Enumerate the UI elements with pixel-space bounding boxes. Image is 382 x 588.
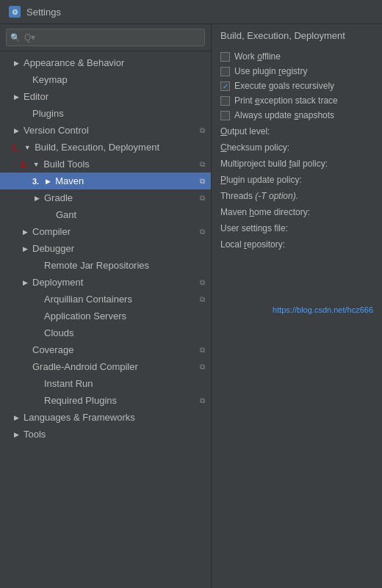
sidebar-item-label: Version Control	[24, 125, 197, 136]
sidebar-item-compiler[interactable]: ▶ Compiler ⧉	[0, 223, 211, 240]
sidebar-item-build[interactable]: 1. ▼ Build, Execution, Deployment	[0, 139, 211, 156]
checkbox-row-always-update: Always update snapshots	[220, 110, 373, 120]
sidebar-item-label: Debugger	[32, 243, 205, 254]
sidebar-item-label: Instant Run	[44, 378, 205, 389]
arrow-icon: ▶	[12, 431, 21, 438]
checkbox-label-work-offline: Work offline	[234, 51, 281, 62]
sidebar-item-label: Gradle	[44, 192, 197, 203]
field-multiproject: Multiproject build fail policy:	[220, 159, 373, 169]
badge-icon: ⧉	[200, 160, 205, 169]
sidebar-item-editor[interactable]: ▶ Editor	[0, 88, 211, 105]
fields-section: Output level: Checksum policy: Multiproj…	[220, 126, 373, 250]
sidebar-item-label: Languages & Frameworks	[24, 412, 205, 423]
field-plugin-update: Plugin update policy:	[220, 175, 373, 185]
sidebar-item-instantrun[interactable]: Instant Run	[0, 375, 211, 392]
sidebar-item-appearance[interactable]: ▶ Appearance & Behavior	[0, 54, 211, 71]
red-label-2: 2.	[21, 160, 27, 169]
sidebar-item-label: Editor	[24, 91, 205, 102]
sidebar-item-debugger[interactable]: ▶ Debugger	[0, 240, 211, 257]
arrow-icon: ▶	[43, 178, 52, 185]
arrow-icon: ▶	[32, 195, 41, 202]
checkbox-work-offline[interactable]	[220, 52, 230, 62]
field-label-multiproject: Multiproject build fail policy:	[220, 159, 328, 169]
field-maven-home: Maven home directory:	[220, 207, 373, 217]
sidebar-item-label: Gradle-Android Compiler	[32, 361, 197, 372]
checkbox-always-update[interactable]	[220, 111, 230, 120]
badge-icon: ⧉	[200, 295, 205, 304]
arrow-icon: ▶	[12, 414, 21, 421]
badge-icon: ⧉	[200, 363, 205, 371]
field-label-threads: Threads (-T option).	[220, 191, 298, 201]
checkbox-row-work-offline: Work offline	[220, 51, 373, 62]
field-local-repo: Local repository:	[220, 239, 373, 250]
field-label-maven-home: Maven home directory:	[220, 207, 310, 217]
field-label-output: Output level:	[220, 126, 270, 137]
right-panel: Build, Execution, Deployment Work offlin…	[212, 24, 382, 588]
search-icon: 🔍	[10, 33, 21, 43]
sidebar-item-label: Clouds	[44, 327, 205, 338]
checkbox-label-always-update: Always update snapshots	[234, 110, 334, 120]
sidebar-item-label: Tools	[24, 429, 205, 440]
title-bar: ⚙ Settings	[0, 0, 382, 24]
sidebar-item-label: Compiler	[32, 226, 197, 237]
badge-icon: ⧉	[200, 396, 205, 405]
arrow-icon: ▶	[21, 279, 29, 286]
sidebar-item-versioncontrol[interactable]: ▶ Version Control ⧉	[0, 122, 211, 139]
sidebar-item-label: Plugins	[32, 108, 205, 119]
left-panel: 🔍 ▶ Appearance & Behavior Keymap ▶ Edito…	[0, 24, 212, 588]
sidebar-item-maven[interactable]: 3. ▶ Maven ⧉	[0, 173, 211, 189]
main-content: 🔍 ▶ Appearance & Behavior Keymap ▶ Edito…	[0, 24, 382, 588]
sidebar-item-clouds[interactable]: Clouds	[0, 324, 211, 341]
sidebar-item-label: Application Servers	[44, 311, 205, 322]
sidebar-item-plugins[interactable]: Plugins	[0, 105, 211, 122]
nav-tree: ▶ Appearance & Behavior Keymap ▶ Editor …	[0, 51, 211, 588]
sidebar-item-label: Coverage	[32, 344, 197, 355]
checkbox-row-execute-goals: ✓ Execute goals recursively	[220, 81, 373, 91]
sidebar-item-gradle[interactable]: ▶ Gradle ⧉	[0, 189, 211, 206]
badge-icon: ⧉	[200, 194, 205, 203]
checkbox-label-plugin-registry: Use plugin registry	[234, 66, 307, 76]
bottom-link[interactable]: https://blog.csdn.net/hcz666	[220, 305, 373, 314]
red-label-3: 3.	[32, 177, 39, 186]
title-bar-text: Settings	[26, 7, 61, 18]
field-label-plugin-update: Plugin update policy:	[220, 175, 302, 185]
sidebar-item-remotejar[interactable]: Remote Jar Repositories	[0, 257, 211, 274]
sidebar-item-buildtools[interactable]: 2. ▼ Build Tools ⧉	[0, 156, 211, 173]
field-output-level: Output level:	[220, 126, 373, 137]
field-label-checksum: Checksum policy:	[220, 142, 289, 153]
field-label-user-settings: User settings file:	[220, 223, 288, 233]
spacer	[220, 255, 373, 300]
sidebar-item-gradleandroid[interactable]: Gradle-Android Compiler ⧉	[0, 358, 211, 375]
badge-icon: ⧉	[200, 228, 205, 236]
sidebar-item-tools[interactable]: ▶ Tools	[0, 426, 211, 443]
badge-icon: ⧉	[200, 126, 205, 135]
red-label-1: 1.	[12, 143, 18, 152]
sidebar-item-label: Remote Jar Repositories	[44, 260, 205, 271]
checkbox-execute-goals[interactable]: ✓	[220, 81, 230, 91]
checkbox-label-print-exception: Print exception stack trace	[234, 95, 338, 106]
arrow-icon: ▼	[32, 161, 40, 168]
badge-icon: ⧉	[200, 278, 205, 287]
checkbox-label-execute-goals: Execute goals recursively	[234, 81, 334, 91]
field-threads: Threads (-T option).	[220, 191, 373, 201]
sidebar-item-requiredplugins[interactable]: Required Plugins ⧉	[0, 392, 211, 409]
field-user-settings: User settings file:	[220, 223, 373, 233]
arrow-icon: ▶	[21, 245, 29, 253]
sidebar-item-appservers[interactable]: Application Servers	[0, 308, 211, 324]
search-box: 🔍	[0, 24, 211, 51]
checkbox-row-print-exception: Print exception stack trace	[220, 95, 373, 106]
checkbox-plugin-registry[interactable]	[220, 67, 230, 76]
sidebar-item-keymap[interactable]: Keymap	[0, 71, 211, 88]
sidebar-item-label: Build Tools	[43, 159, 197, 170]
arrow-icon: ▶	[12, 127, 21, 134]
checkbox-print-exception[interactable]	[220, 96, 230, 106]
sidebar-item-coverage[interactable]: Coverage ⧉	[0, 341, 211, 358]
field-checksum-policy: Checksum policy:	[220, 142, 373, 153]
sidebar-item-label: Keymap	[32, 74, 205, 85]
search-wrapper: 🔍	[6, 29, 205, 46]
sidebar-item-languages[interactable]: ▶ Languages & Frameworks	[0, 409, 211, 426]
sidebar-item-arquillian[interactable]: Arquillian Containers ⧉	[0, 291, 211, 308]
search-input[interactable]	[6, 29, 205, 46]
sidebar-item-gant[interactable]: Gant	[0, 206, 211, 223]
sidebar-item-deployment[interactable]: ▶ Deployment ⧉	[0, 274, 211, 291]
